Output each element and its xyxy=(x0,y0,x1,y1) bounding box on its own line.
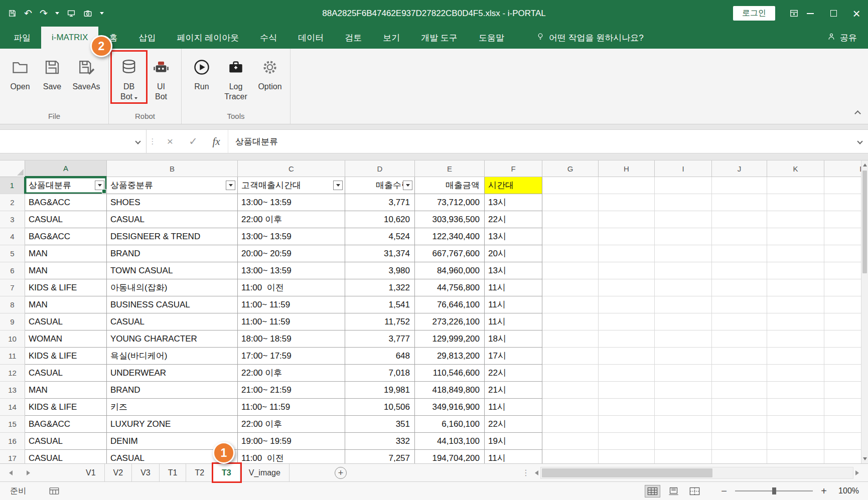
ribbon-tab-개발 도구[interactable]: 개발 도구 xyxy=(410,27,468,49)
cell-F6[interactable]: 13시 xyxy=(485,262,542,279)
column-header-H[interactable]: H xyxy=(599,160,655,177)
cell-L8[interactable] xyxy=(824,296,861,313)
redo-dropdown-icon[interactable] xyxy=(55,12,59,15)
cell-C2[interactable]: 13:00~ 13:59 xyxy=(238,194,345,211)
cell-E9[interactable]: 273,226,100 xyxy=(415,313,485,330)
cell-A11[interactable]: KIDS & LIFE xyxy=(25,348,107,365)
cell-H3[interactable] xyxy=(599,211,655,228)
cell-I7[interactable] xyxy=(655,279,712,296)
cell-G14[interactable] xyxy=(542,399,599,416)
cell-K8[interactable] xyxy=(767,296,824,313)
cell-A15[interactable]: BAG&ACC xyxy=(25,416,107,433)
row-header-1[interactable]: 1 xyxy=(0,177,25,194)
cell-J11[interactable] xyxy=(712,348,767,365)
cell-E13[interactable]: 418,849,800 xyxy=(415,382,485,399)
cell-L1[interactable] xyxy=(824,177,861,194)
cell-B8[interactable]: BUSINESS CASUAL xyxy=(107,296,238,313)
cell-I5[interactable] xyxy=(655,245,712,262)
cell-B5[interactable]: BRAND xyxy=(107,245,238,262)
cell-A2[interactable]: BAG&ACC xyxy=(25,194,107,211)
sheet-tab-T3[interactable]: T3 xyxy=(213,464,240,481)
cell-J8[interactable] xyxy=(712,296,767,313)
scroll-right-icon[interactable] xyxy=(855,470,859,475)
column-header-F[interactable]: F xyxy=(485,160,542,177)
collapse-ribbon-icon[interactable] xyxy=(855,109,860,118)
cell-J5[interactable] xyxy=(712,245,767,262)
cell-B14[interactable]: 키즈 xyxy=(107,399,238,416)
cell-J1[interactable] xyxy=(712,177,767,194)
ribbon-tab-검토[interactable]: 검토 xyxy=(334,27,372,49)
cell-D11[interactable]: 648 xyxy=(345,348,415,365)
cell-B1[interactable]: 상품중분류 xyxy=(107,177,238,194)
cell-L4[interactable] xyxy=(824,228,861,245)
cell-B10[interactable]: YOUNG CHARACTER xyxy=(107,330,238,348)
cell-B7[interactable]: 아동내의(잡화) xyxy=(107,279,238,296)
cell-J6[interactable] xyxy=(712,262,767,279)
ribbon-tab-삽입[interactable]: 삽입 xyxy=(128,27,166,49)
formula-input[interactable]: 상품대분류 xyxy=(228,130,852,153)
cell-J15[interactable] xyxy=(712,416,767,433)
cell-E5[interactable]: 667,767,600 xyxy=(415,245,485,262)
cell-B2[interactable]: SHOES xyxy=(107,194,238,211)
cell-C9[interactable]: 11:00~ 11:59 xyxy=(238,313,345,330)
cell-F8[interactable]: 11시 xyxy=(485,296,542,313)
option-button[interactable]: Option xyxy=(254,53,286,92)
cell-J17[interactable] xyxy=(712,450,767,463)
cell-B4[interactable]: DESIGNEER & TREND xyxy=(107,228,238,245)
name-box-dropdown-icon[interactable] xyxy=(135,138,140,144)
cell-J12[interactable] xyxy=(712,365,767,382)
cell-D9[interactable]: 11,752 xyxy=(345,313,415,330)
cell-I14[interactable] xyxy=(655,399,712,416)
cell-D15[interactable]: 351 xyxy=(345,416,415,433)
cell-G7[interactable] xyxy=(542,279,599,296)
sheet-tab-T1[interactable]: T1 xyxy=(160,464,187,481)
cell-E6[interactable]: 84,960,000 xyxy=(415,262,485,279)
column-header-C[interactable]: C xyxy=(238,160,345,177)
cell-F4[interactable]: 13시 xyxy=(485,228,542,245)
row-header-7[interactable]: 7 xyxy=(0,279,25,296)
cell-H2[interactable] xyxy=(599,194,655,211)
cell-D8[interactable]: 1,541 xyxy=(345,296,415,313)
cell-C5[interactable]: 20:00~ 20:59 xyxy=(238,245,345,262)
row-header-16[interactable]: 16 xyxy=(0,433,25,450)
cell-F1[interactable]: 시간대 xyxy=(485,177,542,194)
cell-B15[interactable]: LUXURY ZONE xyxy=(107,416,238,433)
cell-A8[interactable]: MAN xyxy=(25,296,107,313)
cell-H7[interactable] xyxy=(599,279,655,296)
save-icon[interactable] xyxy=(8,9,17,18)
cell-F7[interactable]: 11시 xyxy=(485,279,542,296)
close-button[interactable]: × xyxy=(845,0,868,27)
row-header-11[interactable]: 11 xyxy=(0,348,25,365)
cell-F13[interactable]: 21시 xyxy=(485,382,542,399)
sheetbar-resize-handle[interactable]: ⋮ xyxy=(522,468,530,477)
db-bot-button[interactable]: DB Bot xyxy=(113,53,145,101)
cell-B3[interactable]: CASUAL xyxy=(107,211,238,228)
qat-customize-icon[interactable] xyxy=(100,12,104,15)
cell-H16[interactable] xyxy=(599,433,655,450)
cell-C7[interactable]: 11:00 이전 xyxy=(238,279,345,296)
cell-I1[interactable] xyxy=(655,177,712,194)
cell-E10[interactable]: 129,999,200 xyxy=(415,330,485,348)
cell-E16[interactable]: 44,103,100 xyxy=(415,433,485,450)
cell-G15[interactable] xyxy=(542,416,599,433)
column-header-A[interactable]: A xyxy=(25,160,107,177)
minimize-button[interactable] xyxy=(799,0,822,27)
cell-I8[interactable] xyxy=(655,296,712,313)
ribbon-display-options-icon[interactable] xyxy=(789,9,799,18)
cell-K1[interactable] xyxy=(767,177,824,194)
cell-I3[interactable] xyxy=(655,211,712,228)
cell-A4[interactable]: BAG&ACC xyxy=(25,228,107,245)
cell-C11[interactable]: 17:00~ 17:59 xyxy=(238,348,345,365)
row-header-3[interactable]: 3 xyxy=(0,211,25,228)
open-button[interactable]: Open xyxy=(4,53,36,92)
cell-L14[interactable] xyxy=(824,399,861,416)
cell-L13[interactable] xyxy=(824,382,861,399)
row-header-14[interactable]: 14 xyxy=(0,399,25,416)
vertical-scroll-thumb[interactable] xyxy=(862,171,867,273)
cell-I10[interactable] xyxy=(655,330,712,348)
page-break-view-icon[interactable] xyxy=(687,485,702,497)
cell-E3[interactable]: 303,936,500 xyxy=(415,211,485,228)
cell-F10[interactable]: 18시 xyxy=(485,330,542,348)
cell-G8[interactable] xyxy=(542,296,599,313)
row-header-2[interactable]: 2 xyxy=(0,194,25,211)
